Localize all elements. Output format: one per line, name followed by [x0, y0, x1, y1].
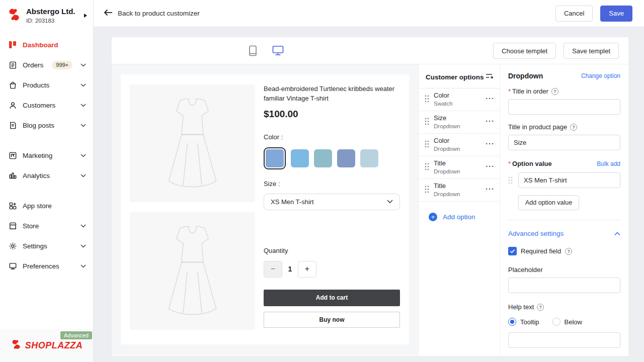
sidebar-item-marketing[interactable]: Marketing: [0, 145, 93, 165]
option-menu-icon[interactable]: ···: [486, 117, 495, 128]
placeholder-label: Placeholder: [508, 266, 543, 274]
chevron-down-icon: [80, 154, 86, 157]
option-menu-icon[interactable]: ···: [486, 185, 495, 196]
orders-icon: [8, 60, 17, 69]
sidebar-item-orders[interactable]: Orders 999+: [0, 55, 93, 75]
bulk-add-link[interactable]: Bulk add: [597, 160, 620, 167]
save-button[interactable]: Save: [600, 6, 632, 22]
question-circle-icon[interactable]: ?: [570, 124, 577, 131]
add-to-cart-button[interactable]: Add to cart: [264, 290, 400, 306]
divider: [508, 220, 620, 220]
quantity-value: 1: [282, 265, 298, 273]
add-option-value-button[interactable]: Add option value: [518, 195, 579, 210]
sidebar-item-analytics[interactable]: Analytics: [0, 165, 93, 186]
drag-handle-icon[interactable]: [508, 176, 514, 184]
sidebar-item-settings[interactable]: Settings: [0, 236, 93, 256]
save-templet-button[interactable]: Save templet: [564, 43, 619, 59]
plan-badge: Advanced: [60, 331, 92, 339]
sidebar: Abstergo Ltd. ID: 203183 Dashboard Order…: [0, 0, 94, 362]
help-text-below-radio[interactable]: Below: [552, 318, 582, 326]
shoplazza-wordmark: SHOPLAZZA: [25, 340, 83, 351]
quantity-decrease-button[interactable]: −: [264, 261, 282, 278]
plus-circle-icon: +: [429, 213, 437, 221]
option-item-color-swatch[interactable]: Color Swatch ···: [419, 88, 500, 111]
color-swatch: [266, 149, 284, 167]
cancel-button[interactable]: Cancel: [555, 6, 593, 22]
store-switcher[interactable]: Abstergo Ltd. ID: 203183: [0, 0, 93, 30]
sidebar-item-app-store[interactable]: App store: [0, 196, 93, 216]
required-field-checkbox[interactable]: [508, 247, 517, 255]
drag-handle-icon[interactable]: [425, 186, 429, 195]
option-value-input[interactable]: [518, 172, 620, 188]
color-swatch[interactable]: [291, 149, 309, 167]
option-type: Dropdown: [434, 191, 460, 198]
question-circle-icon[interactable]: ?: [565, 248, 572, 255]
sidebar-item-preferences[interactable]: Preferences: [0, 256, 93, 276]
sidebar-item-customers[interactable]: Customers: [0, 95, 93, 115]
option-title: Color: [434, 92, 453, 100]
chevron-down-icon: [80, 63, 86, 67]
option-type: Dropdown: [434, 145, 460, 152]
store-name: Abstergo Ltd.: [26, 7, 75, 16]
chevron-down-icon: [80, 244, 86, 248]
size-dropdown[interactable]: XS Men T-shirt: [264, 194, 400, 210]
required-field-label: Required field: [521, 247, 561, 255]
sidebar-item-label: Preferences: [23, 262, 59, 270]
drag-handle-icon[interactable]: [425, 140, 429, 150]
option-value-label: Option value: [512, 160, 552, 167]
placeholder-input[interactable]: [508, 278, 620, 293]
mobile-preview-icon[interactable]: [249, 45, 257, 56]
color-swatch-selected[interactable]: [264, 147, 286, 169]
help-text-input[interactable]: [508, 332, 620, 348]
title-in-product-page-input[interactable]: [508, 135, 620, 150]
help-text-tooltip-radio[interactable]: Tooltip: [508, 318, 539, 326]
collapse-panel-icon[interactable]: [486, 72, 494, 81]
option-title: Title: [434, 159, 460, 167]
back-to-customizer-link[interactable]: Back to product customizer: [104, 9, 200, 18]
chevron-up-icon: [614, 229, 620, 238]
sidebar-item-label: Analytics: [23, 172, 50, 179]
color-swatch[interactable]: [360, 149, 378, 167]
drag-handle-icon[interactable]: [425, 95, 429, 105]
drag-handle-icon[interactable]: [425, 118, 429, 127]
customizer-editor: Choose templet Save templet: [112, 37, 628, 356]
add-option-button[interactable]: + Add option: [419, 202, 500, 221]
option-item-size-dropdown[interactable]: Size Dropdown ···: [419, 111, 500, 134]
option-menu-icon[interactable]: ···: [486, 140, 495, 150]
desktop-preview-icon[interactable]: [272, 45, 284, 56]
drag-handle-icon[interactable]: [425, 163, 429, 172]
advanced-settings-label: Advanced settings: [508, 230, 564, 237]
color-swatch[interactable]: [337, 149, 355, 167]
chevron-down-icon: [80, 83, 86, 87]
quantity-increase-button[interactable]: +: [298, 261, 316, 278]
option-item-title-dropdown[interactable]: Title Dropdown ···: [419, 179, 500, 202]
add-option-label: Add option: [443, 213, 475, 221]
advanced-settings-toggle[interactable]: Advanced settings: [508, 229, 620, 238]
sidebar-item-label: Products: [23, 81, 49, 89]
option-item-title-dropdown[interactable]: Title Dropdown ···: [419, 156, 500, 179]
sidebar-item-store[interactable]: Store: [0, 216, 93, 236]
product-image-placeholder: [130, 212, 255, 330]
question-circle-icon[interactable]: ?: [537, 304, 544, 311]
sidebar-item-products[interactable]: Products: [0, 75, 93, 95]
required-mark: *: [508, 87, 511, 95]
option-menu-icon[interactable]: ···: [486, 95, 495, 105]
option-item-color-dropdown[interactable]: Color Dropdown ···: [419, 134, 500, 156]
shoplazza-logo-icon: [7, 8, 21, 24]
question-circle-icon[interactable]: ?: [551, 88, 558, 95]
store-expand-icon[interactable]: [84, 14, 87, 18]
size-dropdown-value: XS Men T-shirt: [271, 198, 314, 206]
buy-now-button[interactable]: Buy now: [264, 312, 400, 328]
sidebar-item-dashboard[interactable]: Dashboard: [0, 35, 93, 55]
chevron-down-icon: [80, 104, 86, 107]
sidebar-item-blog-posts[interactable]: Blog posts: [0, 115, 93, 135]
product-title: Bead-embroidered Turtlenec kribbeds weat…: [264, 84, 400, 104]
back-label: Back to product customizer: [118, 10, 200, 17]
choose-templet-button[interactable]: Choose templet: [493, 43, 556, 59]
title-in-product-page-label: Title in product page: [508, 123, 567, 131]
title-in-order-input[interactable]: [508, 99, 620, 115]
change-option-link[interactable]: Change option: [581, 72, 620, 79]
option-menu-icon[interactable]: ···: [486, 162, 495, 173]
color-swatch[interactable]: [314, 149, 332, 167]
option-config-panel: Dropdown Change option * Title in order …: [500, 64, 628, 355]
